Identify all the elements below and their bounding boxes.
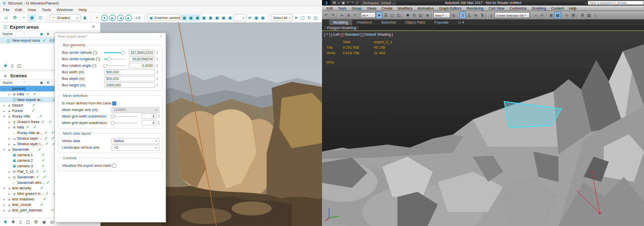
align-icon[interactable]: ≡ [539, 12, 545, 19]
mirror-icon[interactable]: ⇔ [532, 12, 539, 19]
play-button[interactable]: ▶ [109, 15, 116, 21]
camera-mode-combo[interactable]: ▣ Examine camera ▾ [147, 14, 180, 21]
pivot-center-icon[interactable]: ◎ [450, 12, 457, 19]
named-selection-combo[interactable]: Create Selection Se▾ [495, 12, 530, 18]
open-file-icon[interactable]: ▱ [338, 1, 340, 5]
select-link-icon[interactable]: ∞ [339, 12, 345, 19]
sync-column-icon[interactable]: ⊕ [45, 32, 51, 36]
value-input[interactable]: 4 [141, 120, 156, 126]
undo-icon[interactable]: ↶ [323, 12, 330, 19]
camera-slot-5-button[interactable]: ▣ [207, 14, 214, 22]
slider[interactable] [111, 123, 137, 124]
max-menu-animation[interactable]: Animation [415, 6, 436, 11]
dropdown[interactable]: 115929▾ [111, 107, 159, 113]
duplicate-scene-icon[interactable]: ◫ [26, 219, 30, 224]
delete-scene-icon[interactable]: ▯ [19, 219, 22, 224]
spinner-buttons[interactable]: ▲▼ [155, 51, 159, 55]
camera-slot-3-button[interactable]: ▣ [194, 14, 201, 22]
slider-handle[interactable] [111, 115, 115, 119]
sun-light-icon[interactable]: ☀ [94, 14, 100, 22]
time-icon[interactable]: ◴ [36, 14, 45, 22]
camera-extra-1-button[interactable]: ▣ [253, 14, 260, 22]
value-input[interactable]: 1000,000 [104, 82, 155, 88]
unlink-icon[interactable]: ⊘ [345, 12, 352, 19]
max-menu-scripting[interactable]: Scripting [529, 6, 548, 11]
slider[interactable] [104, 65, 126, 66]
select-mode-combo[interactable]: Select All ▾ [271, 14, 293, 21]
bind-spacewarp-icon[interactable]: ⌗ [352, 12, 358, 19]
window-crossing-icon[interactable]: ◫ [395, 12, 402, 19]
spin-down-icon[interactable]: ▼ [156, 66, 158, 68]
max-menu-modifiers[interactable]: Modifiers [395, 6, 415, 11]
angle-snap-icon[interactable]: ∠ [466, 12, 472, 19]
value-input[interactable]: 500,000 [104, 69, 155, 75]
duplicate-export-area-icon[interactable]: ◫ [17, 63, 22, 68]
caret-icon[interactable]: ▸ [2, 197, 7, 201]
caret-icon[interactable]: ▸ [7, 170, 12, 173]
spin-down-icon[interactable]: ▼ [156, 85, 158, 87]
percent-snap-icon[interactable]: % [472, 12, 479, 19]
value-input[interactable]: 157,56412319 [128, 50, 155, 55]
menu-help[interactable]: Help [78, 8, 87, 12]
menu-windows[interactable]: Windows [57, 8, 73, 12]
menu-file[interactable]: File [3, 8, 10, 12]
selection-filter-combo[interactable]: All▾ [361, 12, 376, 18]
max-menu-group[interactable]: Group [349, 6, 364, 11]
search-input[interactable] [588, 1, 644, 5]
scale-icon[interactable]: ◱ [418, 12, 424, 19]
max-menu-edit[interactable]: Edit [324, 6, 336, 11]
max-menu-civil-view[interactable]: Civil View [486, 6, 507, 11]
record-scene-icon[interactable]: ◉ [42, 219, 46, 224]
rendered-frame-icon[interactable]: ▥ [586, 12, 592, 19]
max-menu-create[interactable]: Create [379, 6, 395, 11]
enabled-column-icon[interactable]: ⊕ [45, 80, 51, 85]
dialog-titlebar[interactable]: New export area * ✕ [55, 33, 166, 40]
camera-slot-4-button[interactable]: ▣ [201, 14, 207, 22]
ribbon-tab-freeform[interactable]: Freeform [353, 20, 376, 25]
dropdown[interactable]: Native▾ [111, 138, 159, 144]
spinner-buttons[interactable]: ▲▼ [155, 64, 159, 68]
camera-slot-6-button[interactable]: ▣ [214, 14, 220, 22]
spin-down-icon[interactable]: ▼ [156, 59, 158, 61]
max-menu-graph-editors[interactable]: Graph Editors [436, 6, 464, 11]
slider[interactable] [104, 59, 126, 60]
spinner-snap-icon[interactable]: ⇅ [479, 12, 486, 19]
max-menu-views[interactable]: Views [364, 6, 379, 11]
reference-coordinate-combo[interactable]: View▾ [433, 12, 450, 18]
visibility-column-icon[interactable]: ◉ [38, 80, 45, 85]
caret-icon[interactable]: ▾ [2, 148, 7, 151]
spin-down-icon[interactable]: ▼ [157, 123, 159, 125]
open-project-icon[interactable]: ▱ [2, 14, 11, 22]
value-input[interactable]: 69,81266234 [129, 56, 155, 62]
value-input[interactable]: 0,0000 [129, 63, 155, 68]
performance-gauge-icon[interactable]: ◔ [19, 14, 28, 22]
caret-icon[interactable]: ▸ [7, 126, 12, 129]
max-menu-rendering[interactable]: Rendering [464, 6, 486, 11]
spin-down-icon[interactable]: ▼ [156, 79, 158, 81]
prev-frame-button[interactable]: ◀ [117, 15, 124, 21]
shuffle-icon[interactable]: ⇄ [247, 14, 253, 22]
scene-settings-icon[interactable]: ⚙ [34, 219, 38, 224]
spin-down-icon[interactable]: ▼ [157, 117, 159, 119]
layer-manager-icon[interactable]: ≣ [548, 12, 554, 19]
find-scene-icon[interactable]: ◎ [50, 219, 54, 224]
rect-selection-icon[interactable]: ▢ [389, 12, 395, 19]
stop-button[interactable]: ■ [101, 15, 108, 21]
settings-gear-icon[interactable]: ⚙ [11, 14, 19, 22]
redo-icon[interactable]: ↷ [330, 12, 336, 19]
slider[interactable] [104, 52, 125, 53]
spinner-buttons[interactable]: ▲▼ [155, 70, 159, 74]
close-icon[interactable]: ✕ [159, 34, 163, 39]
record-icon[interactable]: ◉ [28, 14, 36, 22]
caret-icon[interactable]: ▾ [2, 115, 7, 118]
spinner-buttons[interactable]: ▲▼ [155, 83, 159, 87]
dropdown[interactable]: +Z▾ [111, 145, 159, 151]
slider-handle[interactable] [107, 57, 111, 61]
spin-down-icon[interactable]: ▼ [156, 53, 158, 55]
orbit-icon[interactable]: ↻ [306, 14, 312, 22]
add-export-area-icon[interactable]: ✚ [4, 63, 8, 68]
ribbon-tab-modeling[interactable]: Modeling [329, 20, 352, 25]
spinner-buttons[interactable]: ▲▼ [156, 115, 161, 119]
caret-icon[interactable]: ▸ [2, 109, 7, 112]
render-production-icon[interactable]: ♨ [592, 12, 599, 19]
